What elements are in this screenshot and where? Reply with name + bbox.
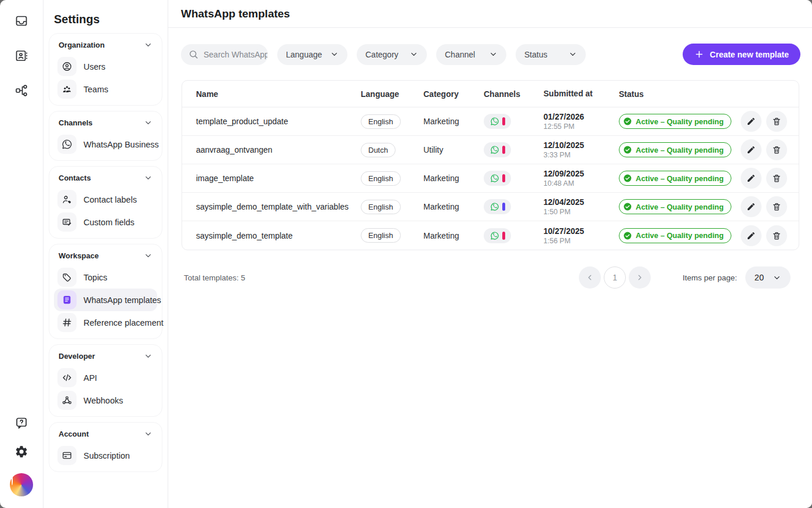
sidebar-sections: Organization Users Teams Channels WhatsA… — [49, 33, 162, 472]
edit-button[interactable] — [741, 111, 762, 132]
code-icon — [57, 368, 77, 387]
organization-chart-icon[interactable] — [14, 84, 28, 98]
sidebar-item-users[interactable]: Users — [54, 55, 157, 78]
sidebar-item-subscription[interactable]: Subscription — [54, 444, 157, 467]
search-box[interactable] — [181, 44, 268, 65]
sidebar-item-whatsapp-templates[interactable]: WhatsApp templates — [54, 289, 157, 311]
trash-icon — [772, 117, 781, 126]
submitted-time: 1:50 PM — [543, 208, 619, 216]
section-label: Contacts — [59, 174, 91, 182]
user-circle-icon — [57, 57, 77, 76]
sidebar-section-header[interactable]: Contacts — [54, 174, 157, 182]
search-input[interactable] — [204, 50, 267, 59]
table-row[interactable]: aanvraag_ontvangen Dutch Utility 12/10/2… — [182, 136, 799, 164]
table-row[interactable]: image_template English Marketing 12/09/2… — [182, 164, 799, 193]
table-header-row: NameLanguageCategoryChannelsSubmitted at… — [182, 81, 799, 107]
channels-badge — [484, 114, 511, 129]
help-icon[interactable] — [14, 416, 28, 430]
sidebar-section-header[interactable]: Workspace — [54, 251, 157, 260]
sidebar-item-contact-labels[interactable]: Contact labels — [54, 188, 157, 211]
trash-icon — [772, 202, 781, 211]
team-icon — [57, 80, 77, 99]
create-new-template-button[interactable]: Create new template — [683, 44, 800, 65]
row-actions — [741, 111, 799, 132]
template-name: image_template — [196, 174, 361, 183]
tag-icon — [57, 268, 77, 287]
filter-dropdown-category[interactable]: Category — [357, 44, 427, 65]
contacts-icon[interactable] — [14, 49, 28, 63]
category-label: Marketing — [423, 202, 484, 211]
channels-badge — [484, 171, 511, 186]
chevron-down-icon — [144, 251, 153, 260]
sidebar-section-organization: Organization Users Teams — [49, 33, 162, 106]
filter-dropdown-channel[interactable]: Channel — [436, 44, 506, 65]
pencil-icon — [746, 202, 756, 211]
submitted-at-cell: 10/27/2025 1:56 PM — [543, 226, 619, 245]
items-per-page-select[interactable]: 20 — [745, 266, 791, 289]
filter-dropdown-status[interactable]: Status — [516, 44, 586, 65]
sidebar-item-label: API — [84, 373, 97, 383]
previous-page-button[interactable] — [579, 266, 601, 289]
sidebar-item-topics[interactable]: Topics — [54, 266, 157, 289]
row-actions — [741, 225, 799, 246]
filter-dropdown-language[interactable]: Language — [277, 44, 347, 65]
chevron-down-icon — [144, 174, 153, 182]
page-number-button[interactable]: 1 — [604, 266, 626, 289]
main-header: WhatsApp templates — [168, 0, 812, 28]
template-name: template_product_update — [196, 117, 361, 126]
table-row[interactable]: template_product_update English Marketin… — [182, 107, 799, 136]
delete-button[interactable] — [766, 111, 787, 132]
sidebar-section-header[interactable]: Organization — [54, 41, 157, 49]
status-badge: Active – Quality pending — [619, 114, 731, 129]
sidebar-item-label: Teams — [84, 85, 108, 94]
edit-button[interactable] — [741, 196, 762, 217]
edit-button[interactable] — [741, 225, 762, 246]
delete-button[interactable] — [766, 196, 787, 217]
delete-button[interactable] — [766, 139, 787, 160]
channels-badge — [484, 199, 511, 214]
chevron-down-icon — [144, 41, 153, 49]
row-actions — [741, 139, 799, 160]
next-page-button[interactable] — [629, 266, 651, 289]
column-header-status: Status — [619, 89, 741, 99]
trash-icon — [772, 231, 781, 240]
sidebar-item-custom-fields[interactable]: Custom fields — [54, 211, 157, 233]
submitted-date: 10/27/2025 — [543, 226, 619, 236]
edit-button[interactable] — [741, 168, 762, 189]
inbox-icon[interactable] — [14, 14, 28, 28]
sidebar-item-reference-placement[interactable]: Reference placement — [54, 311, 157, 334]
sidebar-item-webhooks[interactable]: Webhooks — [54, 389, 157, 412]
main-content: WhatsApp templates Language Category Cha… — [168, 0, 812, 508]
icon-rail — [0, 0, 44, 508]
sidebar-item-teams[interactable]: Teams — [54, 78, 157, 100]
sidebar-item-api[interactable]: API — [54, 366, 157, 389]
edit-button[interactable] — [741, 139, 762, 160]
chevron-down-icon — [568, 50, 577, 59]
chevron-down-icon — [330, 50, 339, 59]
search-icon — [188, 49, 198, 59]
sidebar-section-header[interactable]: Channels — [54, 118, 157, 127]
template-name: saysimple_demo_template_with_variables — [196, 202, 361, 211]
sidebar-title: Settings — [54, 13, 157, 26]
check-circle-icon — [624, 117, 632, 125]
sidebar-item-whatsapp-business[interactable]: WhatsApp Business — [54, 133, 157, 156]
trash-icon — [772, 145, 781, 154]
section-label: Organization — [59, 41, 104, 49]
status-badge: Active – Quality pending — [619, 199, 731, 214]
language-badge: English — [361, 171, 401, 186]
gear-icon[interactable] — [14, 445, 28, 459]
custom-fields-icon — [57, 212, 77, 232]
submitted-time: 10:48 AM — [543, 179, 619, 188]
delete-button[interactable] — [766, 225, 787, 246]
sidebar-section-header[interactable]: Account — [54, 430, 157, 438]
delete-button[interactable] — [766, 168, 787, 189]
section-label: Channels — [59, 118, 93, 127]
channels-badge — [484, 228, 511, 243]
table-row[interactable]: saysimple_demo_template_with_variables E… — [182, 193, 799, 221]
table-row[interactable]: saysimple_demo_template English Marketin… — [182, 221, 799, 250]
avatar[interactable] — [10, 473, 33, 496]
submitted-date: 12/09/2025 — [543, 169, 619, 178]
status-badge: Active – Quality pending — [619, 142, 731, 157]
check-circle-icon — [624, 203, 632, 211]
sidebar-section-header[interactable]: Developer — [54, 352, 157, 361]
